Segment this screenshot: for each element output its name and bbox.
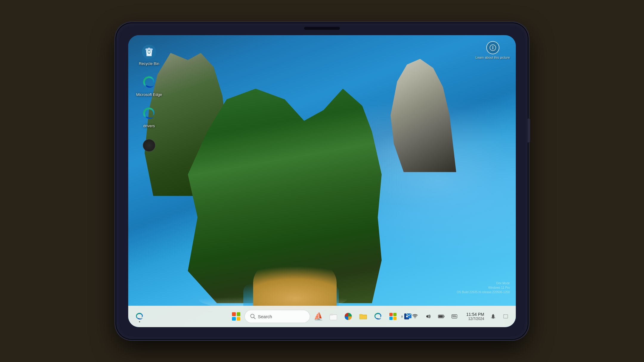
drivers-label: drivers	[143, 124, 155, 129]
svg-rect-27	[452, 316, 456, 317]
edge-taskbar-svg	[374, 312, 382, 321]
build-line2: Windows 11 Pro	[457, 285, 510, 290]
taskbar: Search ⛵	[128, 306, 516, 327]
svg-point-5	[492, 46, 493, 46]
desktop-icons-area: Recycle Bin	[137, 44, 161, 155]
start-button[interactable]	[230, 310, 243, 323]
svg-line-7	[254, 317, 255, 319]
search-label: Search	[258, 314, 272, 319]
outlook-svg	[404, 312, 412, 321]
unknown-image	[141, 138, 157, 153]
svg-rect-13	[393, 313, 397, 316]
drivers-image	[141, 106, 157, 122]
active-indicator	[139, 321, 140, 322]
ms-store-icon[interactable]	[386, 310, 400, 323]
build-line3: OS Build 22635.hl release.220506-1250	[457, 290, 510, 294]
ship-emoji: ⛵	[314, 312, 323, 321]
info-label: Learn about this picture	[476, 55, 510, 60]
battery-svg	[438, 314, 445, 319]
battery-icon[interactable]	[436, 311, 447, 322]
clock-area[interactable]: 11:54 PM 12/7/2024	[462, 311, 486, 322]
build-line1: Dev Mode	[457, 281, 510, 285]
svg-rect-8	[330, 315, 337, 320]
svg-rect-25	[453, 315, 454, 316]
win-grid-tl	[232, 312, 236, 316]
info-button[interactable]	[486, 41, 499, 54]
file-explorer-svg	[329, 312, 338, 321]
device-screen: Recycle Bin	[128, 35, 516, 327]
volume-icon[interactable]	[423, 311, 434, 322]
clock-time: 11:54 PM	[466, 312, 484, 317]
outlook-icon[interactable]	[401, 310, 414, 323]
windows-logo	[232, 312, 240, 321]
search-icon	[250, 314, 256, 319]
svg-rect-14	[389, 317, 393, 320]
colorful-svg	[344, 312, 352, 321]
unknown-icon[interactable]	[137, 138, 161, 155]
phone-device: Recycle Bin	[116, 23, 528, 339]
keyboard-svg	[451, 314, 457, 319]
svg-rect-2	[148, 48, 150, 49]
svg-rect-9	[330, 314, 333, 315]
svg-point-19	[406, 316, 408, 317]
show-desktop-button[interactable]	[500, 311, 511, 322]
search-bar[interactable]: Search	[244, 310, 310, 323]
svg-rect-12	[389, 313, 393, 316]
colorful-app-icon[interactable]	[342, 310, 355, 323]
win-grid-tr	[237, 312, 241, 316]
win-grid-br	[237, 317, 241, 321]
notification-button[interactable]	[488, 312, 498, 321]
learn-about-picture[interactable]: Learn about this picture	[476, 41, 510, 60]
recycle-bin-icon[interactable]: Recycle Bin	[137, 44, 161, 66]
edge-browser-active[interactable]	[133, 310, 146, 323]
taskbar-left-area	[133, 310, 148, 323]
bell-svg	[490, 314, 496, 319]
show-desktop-svg	[503, 314, 508, 319]
dark-circle-shape	[143, 139, 155, 152]
clock-date: 12/7/2024	[468, 317, 484, 321]
volume-svg	[425, 314, 431, 319]
svg-rect-24	[452, 315, 453, 316]
ship-app-icon[interactable]: ⛵	[312, 310, 325, 323]
build-info: Dev Mode Windows 11 Pro OS Build 22635.h…	[457, 281, 510, 294]
edge-taskbar-icon[interactable]	[371, 310, 385, 323]
drivers-icon[interactable]: drivers	[137, 106, 161, 129]
beach-sand	[253, 256, 337, 309]
store-svg	[389, 312, 397, 321]
recycle-bin-label: Recycle Bin	[139, 61, 160, 66]
folder-svg	[359, 312, 367, 321]
file-explorer-icon[interactable]	[327, 310, 340, 323]
svg-rect-15	[393, 317, 397, 320]
edge-label: Microsoft Edge	[136, 92, 162, 97]
keyboard-icon[interactable]	[449, 311, 460, 322]
microsoft-edge-icon[interactable]: Microsoft Edge	[137, 75, 161, 97]
taskbar-center-area: Search ⛵	[230, 310, 414, 323]
edge-icon-image	[141, 75, 157, 91]
svg-rect-22	[444, 316, 445, 317]
recycle-bin-image	[141, 44, 157, 60]
win-grid-bl	[232, 317, 236, 321]
svg-rect-21	[439, 316, 443, 318]
svg-rect-28	[504, 315, 508, 318]
folder-icon[interactable]	[357, 310, 370, 323]
svg-rect-26	[455, 315, 456, 316]
